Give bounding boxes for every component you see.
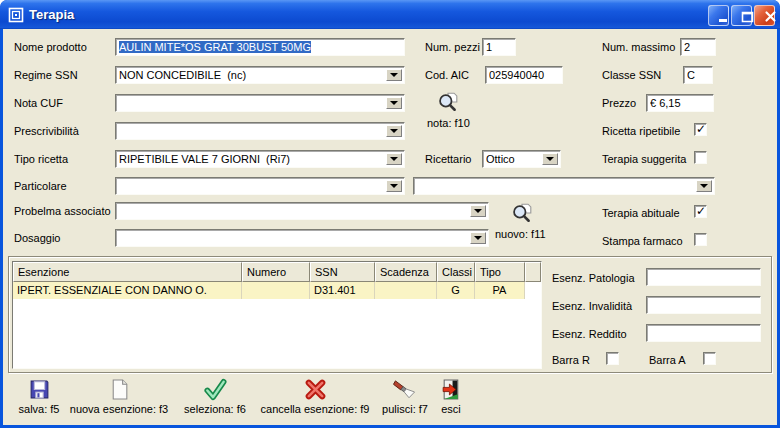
nuovo-button-label: nuovo: f11	[495, 228, 546, 241]
terapia-window: Terapia Nome prodotto Regime SSN Nota CU…	[0, 0, 780, 428]
num-pezzi-label: Num. pezzi	[425, 41, 480, 54]
nuova-esenzione-button[interactable]: nuova esenzione: f3	[66, 378, 172, 420]
esenzioni-panel: Esenzione Numero SSN Scadenza Classi Tip…	[8, 256, 772, 373]
num-pezzi-input[interactable]: 1	[482, 38, 516, 56]
chevron-down-icon[interactable]	[386, 125, 402, 137]
barra-a-checkbox[interactable]	[703, 352, 716, 365]
esenzioni-table[interactable]: Esenzione Numero SSN Scadenza Classi Tip…	[12, 261, 542, 369]
exit-door-icon	[440, 378, 463, 401]
chevron-down-icon[interactable]	[470, 232, 486, 244]
prescrivibilita-label: Prescrivibilità	[14, 125, 79, 138]
esenz-reddito-label: Esenz. Reddito	[552, 328, 627, 341]
esci-button[interactable]: esci	[431, 378, 471, 420]
red-cross-icon	[304, 378, 327, 401]
floppy-icon	[28, 378, 51, 401]
ricettario-label: Ricettario	[425, 153, 471, 166]
column-header[interactable]: Tipo	[475, 262, 525, 282]
particolare-label: Particolare	[14, 180, 67, 193]
column-header[interactable]: Classi	[437, 262, 475, 282]
regime-ssn-select[interactable]: NON CONCEDIBILE (nc)	[115, 66, 405, 84]
particolare-secondario-select[interactable]	[413, 177, 715, 195]
titlebar[interactable]: Terapia	[0, 0, 780, 29]
nota-button-label: nota: f10	[427, 117, 470, 130]
esenz-patologia-input[interactable]	[646, 268, 761, 286]
column-header[interactable]: Esenzione	[13, 262, 242, 282]
nome-prodotto-value: AULIN MITE*OS GRAT 30BUST 50MG	[119, 41, 311, 53]
nome-prodotto-label: Nome prodotto	[14, 41, 87, 54]
problema-associato-label: Probelma associato	[14, 205, 111, 218]
maximize-button[interactable]	[731, 5, 752, 26]
prezzo-input[interactable]: € 6,15	[646, 94, 714, 112]
tipo-ricetta-label: Tipo ricetta	[14, 153, 68, 166]
classe-ssn-input[interactable]: C	[683, 66, 713, 84]
column-header[interactable]: SSN	[310, 262, 375, 282]
barra-r-checkbox[interactable]	[606, 352, 619, 365]
esenz-invalidita-label: Esenz. Invalidità	[552, 300, 632, 313]
dosaggio-select[interactable]	[115, 229, 489, 247]
nuovo-button[interactable]	[511, 202, 533, 224]
terapia-suggerita-checkbox[interactable]	[694, 151, 707, 164]
magnifier-icon	[511, 202, 533, 224]
nota-cuf-select[interactable]	[115, 94, 405, 112]
nome-prodotto-input[interactable]: AULIN MITE*OS GRAT 30BUST 50MG	[115, 38, 405, 56]
close-icon	[761, 7, 780, 26]
chevron-down-icon[interactable]	[386, 153, 402, 165]
classe-ssn-label: Classe SSN	[602, 69, 661, 82]
nota-cuf-label: Nota CUF	[14, 97, 63, 110]
column-header[interactable]: Numero	[242, 262, 310, 282]
nota-button[interactable]	[437, 91, 459, 113]
chevron-down-icon[interactable]	[386, 180, 402, 192]
terapia-abituale-checkbox[interactable]	[694, 205, 707, 218]
dialog-body: Nome prodotto Regime SSN Nota CUF Prescr…	[3, 29, 777, 425]
regime-ssn-label: Regime SSN	[14, 69, 78, 82]
prescrivibilita-select[interactable]	[115, 122, 405, 140]
cancella-esenzione-button[interactable]: cancella esenzione: f9	[256, 378, 374, 420]
minimize-button[interactable]	[708, 5, 729, 26]
ricettario-select[interactable]: Ottico	[482, 150, 561, 168]
prezzo-label: Prezzo	[602, 97, 636, 110]
salva-button[interactable]: salva: f5	[8, 378, 70, 420]
brush-icon	[393, 378, 417, 401]
blank-page-icon	[108, 378, 131, 401]
barra-r-label: Barra R	[552, 354, 590, 367]
ricetta-ripetibile-checkbox[interactable]	[694, 123, 707, 136]
chevron-down-icon[interactable]	[386, 97, 402, 109]
terapia-abituale-label: Terapia abituale	[602, 207, 680, 220]
cod-aic-input[interactable]: 025940040	[485, 66, 563, 84]
esenz-patologia-label: Esenz. Patologia	[552, 272, 635, 285]
window-title: Terapia	[29, 7, 74, 22]
num-massimo-input[interactable]: 2	[680, 38, 716, 56]
pulisci-button[interactable]: pulisci: f7	[377, 378, 433, 420]
window-icon	[8, 7, 24, 23]
ricetta-ripetibile-label: Ricetta ripetibile	[602, 125, 680, 138]
terapia-suggerita-label: Terapia suggerita	[602, 153, 686, 166]
stampa-farmaco-label: Stampa farmaco	[602, 235, 683, 248]
num-massimo-label: Num. massimo	[602, 41, 675, 54]
dosaggio-label: Dosaggio	[14, 232, 60, 245]
barra-a-label: Barra A	[649, 354, 686, 367]
tipo-ricetta-select[interactable]: RIPETIBILE VALE 7 GIORNI (Ri7)	[115, 150, 405, 168]
particolare-select[interactable]	[115, 177, 405, 195]
stampa-farmaco-checkbox[interactable]	[694, 233, 707, 246]
seleziona-button[interactable]: seleziona: f6	[179, 378, 251, 420]
esenz-reddito-input[interactable]	[646, 324, 761, 342]
chevron-down-icon[interactable]	[542, 153, 558, 165]
cod-aic-label: Cod. AIC	[425, 69, 469, 82]
chevron-down-icon[interactable]	[470, 205, 486, 217]
close-button[interactable]	[754, 5, 775, 26]
chevron-down-icon[interactable]	[696, 180, 712, 192]
green-check-icon	[203, 378, 227, 401]
column-header-filler	[525, 262, 541, 282]
problema-associato-select[interactable]	[115, 202, 489, 220]
chevron-down-icon[interactable]	[386, 69, 402, 81]
esenz-invalidita-input[interactable]	[646, 296, 761, 314]
column-header[interactable]: Scadenza	[375, 262, 437, 282]
magnifier-icon	[437, 91, 459, 113]
